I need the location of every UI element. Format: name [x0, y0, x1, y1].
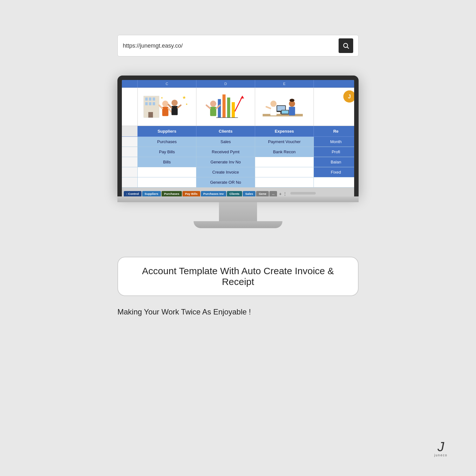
row3-num: [122, 157, 138, 167]
tab-control[interactable]: : Control: [124, 191, 142, 196]
row2-num: [122, 147, 138, 157]
col-header-c: C: [138, 80, 196, 88]
logo-letter: J: [438, 440, 444, 453]
header-expenses[interactable]: Expenses: [255, 126, 314, 137]
june-logo: J: [343, 90, 354, 102]
svg-rect-4: [149, 97, 152, 101]
svg-rect-7: [149, 102, 152, 105]
june-logo-svg: J: [343, 90, 354, 102]
data-row-5: Generate OR No: [122, 177, 354, 188]
svg-line-16: [169, 105, 172, 108]
col-header-d: D: [196, 80, 255, 88]
row4-suppliers: [138, 167, 196, 177]
suppliers-illustration: ★ ✦ ✦: [141, 90, 193, 124]
svg-rect-34: [270, 107, 276, 116]
svg-rect-21: [218, 99, 221, 117]
svg-rect-23: [227, 97, 230, 117]
row1-suppliers[interactable]: Purchases: [138, 137, 196, 147]
tab-purchases[interactable]: Purchases: [162, 191, 182, 196]
url-bar: https://junemgt.easy.co/: [117, 35, 359, 56]
illus-clients: [196, 88, 255, 126]
row2-clients[interactable]: Received Pymt: [196, 147, 255, 157]
row1-expenses[interactable]: Payment Voucher: [255, 137, 314, 147]
monitor-foot: [194, 221, 282, 228]
row5-expenses: [255, 177, 314, 188]
tab-suppliers[interactable]: Suppliers: [142, 191, 161, 196]
row3-suppliers[interactable]: Bills: [138, 157, 196, 167]
svg-text:✦: ✦: [185, 102, 188, 106]
tab-pay-bills[interactable]: Pay Bills: [182, 191, 200, 196]
svg-rect-28: [210, 107, 216, 116]
illus-empty: [122, 88, 138, 126]
header-re[interactable]: Re: [314, 126, 354, 137]
row3-re[interactable]: Balan: [314, 157, 354, 167]
svg-line-35: [267, 107, 271, 109]
data-row-3: Bills Generate Inv No Balan: [122, 157, 354, 167]
svg-point-27: [210, 101, 216, 107]
row3-clients[interactable]: Generate Inv No: [196, 157, 255, 167]
svg-rect-8: [153, 102, 155, 105]
url-text[interactable]: https://junemgt.easy.co/: [123, 43, 335, 49]
expenses-illustration: [258, 90, 311, 124]
row2-expenses[interactable]: Bank Recon: [255, 147, 314, 157]
illustration-row: ★ ✦ ✦: [122, 88, 354, 126]
svg-text:J: J: [348, 94, 351, 99]
tab-clients[interactable]: Clients: [227, 191, 242, 196]
bottom-description-text: Account Template With Auto Create Invoic…: [142, 266, 334, 287]
tab-sales[interactable]: Sales: [243, 191, 256, 196]
tab-purchases-inv[interactable]: Purchases Inv: [201, 191, 226, 196]
svg-point-14: [172, 100, 178, 106]
col-header-f: [314, 80, 354, 88]
row4-re[interactable]: Fixed: [314, 167, 354, 177]
clients-illustration: [199, 90, 252, 124]
svg-point-40: [290, 99, 295, 102]
svg-line-13: [169, 108, 172, 112]
row4-clients[interactable]: Create Invoice: [196, 167, 255, 177]
data-row-4: Create Invoice Fixed: [122, 167, 354, 177]
search-icon: [342, 42, 349, 49]
tab-gene[interactable]: Gene: [256, 191, 269, 196]
row2-re[interactable]: Profi: [314, 147, 354, 157]
monitor-wrapper: C D E: [117, 76, 359, 228]
svg-line-17: [178, 105, 181, 108]
add-sheet-icon[interactable]: +: [279, 191, 281, 196]
svg-rect-5: [153, 97, 155, 101]
svg-line-12: [159, 105, 162, 109]
svg-line-29: [207, 105, 210, 109]
data-row-1: Purchases Sales Payment Voucher Month: [122, 137, 354, 147]
row4-expenses: [255, 167, 314, 177]
svg-rect-24: [232, 102, 235, 118]
tab-more[interactable]: ...: [269, 191, 277, 196]
svg-text:★: ★: [182, 95, 187, 100]
svg-text:✦: ✦: [161, 96, 163, 100]
svg-point-10: [162, 101, 168, 107]
svg-line-1: [347, 47, 349, 49]
horizontal-scrollbar[interactable]: [290, 192, 316, 195]
row5-clients[interactable]: Generate OR No: [196, 177, 255, 188]
header-suppliers[interactable]: Suppliers: [138, 126, 196, 137]
svg-marker-26: [241, 96, 244, 98]
tabs-bar: : Control Suppliers Purchases Pay Bills …: [122, 188, 354, 196]
svg-rect-41: [289, 107, 295, 116]
monitor: C D E: [117, 76, 359, 196]
data-row-2: Pay Bills Received Pymt Bank Recon Profi: [122, 147, 354, 157]
header-labels-row: Suppliers Clients Expenses Re: [122, 126, 354, 137]
row5-num: [122, 177, 138, 188]
svg-rect-3: [145, 97, 148, 101]
row1-re[interactable]: Month: [314, 137, 354, 147]
svg-rect-11: [162, 107, 168, 116]
bottom-description-box: Account Template With Auto Create Invoic…: [117, 257, 359, 296]
row5-re: [314, 177, 354, 188]
svg-rect-22: [222, 95, 226, 118]
illus-logo: J: [314, 88, 354, 126]
svg-rect-43: [282, 110, 288, 114]
search-button[interactable]: [339, 38, 353, 53]
col-header-e: E: [255, 80, 314, 88]
illus-expenses: [255, 88, 314, 126]
header-clients[interactable]: Clients: [196, 126, 255, 137]
row1-clients[interactable]: Sales: [196, 137, 255, 147]
monitor-base: [117, 196, 359, 202]
row2-suppliers[interactable]: Pay Bills: [138, 147, 196, 157]
svg-rect-6: [145, 102, 148, 105]
sheet-options-icon[interactable]: ⋮: [283, 191, 287, 196]
